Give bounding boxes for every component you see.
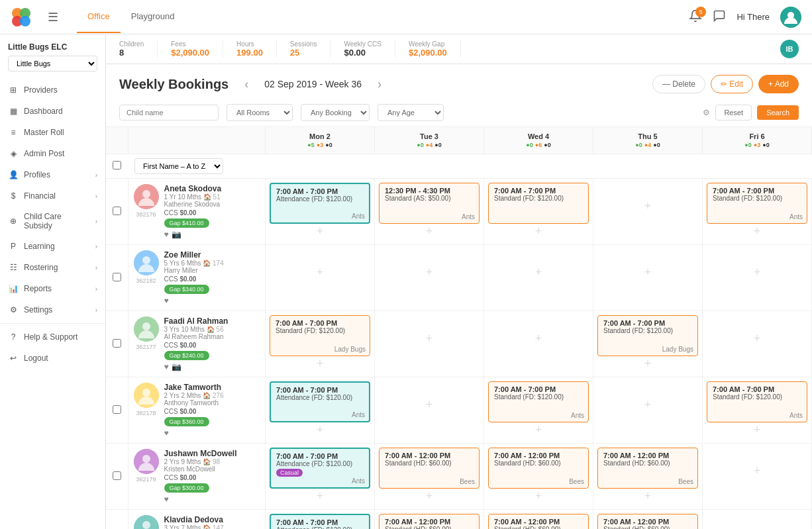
booking-card[interactable]: 12:30 PM - 4:30 PM Standard (AS: $50.00)… [379, 183, 480, 224]
booking-card[interactable]: 7:00 AM - 12:00 PM Standard (HD: $60.00)… [488, 514, 589, 529]
booking-cell-fri: 7:00 AM - 7:00 PM Standard (FD: $120.00)… [703, 377, 812, 444]
sidebar-item-admin-post[interactable]: ◈ Admin Post [0, 143, 105, 164]
sidebar-item-providers[interactable]: ⊞ Providers [0, 79, 105, 101]
user-avatar[interactable] [780, 7, 801, 28]
sidebar-item-master-roll[interactable]: ≡ Master Roll [0, 122, 105, 143]
add-booking-button[interactable]: + [488, 249, 589, 295]
add-booking-button[interactable]: + [707, 422, 807, 437]
add-booking-button[interactable]: + [707, 315, 807, 361]
booking-card[interactable]: 7:00 AM - 12:00 PM Standard (HD: $60.00)… [379, 514, 480, 529]
prev-week-button[interactable]: ‹ [239, 77, 254, 91]
booking-card[interactable]: 7:00 AM - 12:00 PM Standard (HD: $60.00)… [597, 448, 698, 489]
add-booking-button[interactable]: + [270, 422, 370, 437]
booking-card[interactable]: 7:00 AM - 12:00 PM Standard (HD: $60.00)… [597, 514, 698, 529]
delete-button[interactable]: Delete [652, 75, 705, 93]
booking-card[interactable]: 7:00 AM - 7:00 PM Standard (FD: $120.00)… [270, 315, 370, 356]
edit-button[interactable]: ✏ Edit [711, 75, 753, 93]
sidebar-item-learning[interactable]: P Learning › [0, 236, 105, 257]
sidebar-item-dashboard[interactable]: ▦ Dashboard [0, 101, 105, 122]
add-booking-button[interactable]: + [379, 315, 480, 361]
booking-card[interactable]: 7:00 AM - 7:00 PM Standard (FD: $120.00) [488, 183, 589, 224]
add-booking-button[interactable]: + [707, 224, 807, 238]
add-booking-button[interactable]: + [488, 422, 589, 437]
add-booking-button[interactable]: + [379, 489, 480, 503]
add-booking-button[interactable]: + [707, 249, 807, 295]
add-booking-button[interactable]: + [270, 249, 370, 295]
child-name[interactable]: Jake Tamworth [164, 383, 260, 392]
add-booking-button[interactable]: + [597, 381, 698, 428]
booking-card[interactable]: 7:00 AM - 7:00 PM Attendance (FD: $120.0… [270, 514, 370, 529]
sort-checkbox-cell [106, 154, 128, 179]
booking-card[interactable]: 7:00 AM - 7:00 PM Standard (FD: $120.00)… [488, 381, 589, 422]
select-all-checkbox[interactable] [113, 161, 121, 169]
ib-badge[interactable]: IB [780, 40, 799, 58]
child-name[interactable]: Aneta Skodova [164, 184, 260, 193]
mon-orange-dot: ●3 [317, 142, 323, 148]
sidebar-item-financial[interactable]: $ Financial › [0, 185, 105, 207]
booking-card[interactable]: 7:00 AM - 7:00 PM Standard (FD: $120.00)… [597, 315, 698, 356]
next-week-button[interactable]: › [372, 77, 387, 91]
booking-card[interactable]: 7:00 AM - 7:00 PM Attendance (FD: $120.0… [270, 183, 370, 224]
header-actions: Delete ✏ Edit + Add [652, 75, 799, 93]
child-name-filter[interactable] [119, 105, 219, 120]
sidebar-item-rostering[interactable]: ☷ Rostering › [0, 257, 105, 278]
gap-badge: Gap $360.00 [164, 417, 209, 426]
add-booking-button[interactable]: + [707, 448, 807, 494]
booking-card[interactable]: 7:00 AM - 12:00 PM Standard (HD: $60.00)… [488, 448, 589, 489]
reset-button[interactable]: Reset [715, 105, 752, 120]
add-booking-button[interactable]: + [379, 249, 480, 295]
booking-type-filter[interactable]: Any Booking [301, 104, 370, 121]
add-booking-button[interactable]: + [597, 249, 698, 295]
booking-card[interactable]: 7:00 AM - 7:00 PM Standard (FD: $120.00)… [707, 183, 807, 224]
notifications-bell[interactable]: 5 [689, 9, 702, 24]
child-checkbox[interactable] [113, 471, 121, 480]
sidebar-item-logout[interactable]: ↩ Logout [0, 348, 105, 369]
sidebar-item-help[interactable]: ? Help & Support [0, 326, 105, 348]
child-age-ratio: 5 Yrs 6 Mths 🏠 174 [164, 260, 260, 267]
tab-office[interactable]: Office [77, 1, 121, 33]
filter-icon[interactable]: ⚙ [703, 108, 710, 117]
sort-select[interactable]: First Name – A to Z [134, 158, 223, 174]
rooms-filter[interactable]: All Rooms [227, 104, 293, 121]
child-name[interactable]: Klavdia Dedova [164, 515, 260, 524]
add-booking-button[interactable]: + [597, 489, 698, 503]
org-select[interactable]: Little Bugs [8, 56, 97, 72]
booking-card[interactable]: 7:00 AM - 12:00 PM Standard (HD: $60.00)… [379, 448, 480, 489]
add-booking-button[interactable]: + [488, 489, 589, 503]
svg-point-17 [142, 521, 150, 529]
sidebar-item-settings[interactable]: ⚙ Settings › [0, 299, 105, 320]
add-booking-button[interactable]: + [597, 356, 698, 371]
add-booking-button[interactable]: + [707, 514, 807, 529]
age-filter[interactable]: Any Age [378, 104, 444, 121]
add-booking-button[interactable]: + [270, 224, 370, 238]
child-checkbox[interactable] [113, 273, 121, 281]
child-checkbox[interactable] [113, 339, 121, 348]
booking-room: Ants [352, 477, 365, 485]
add-booking-button[interactable]: + [379, 381, 480, 428]
add-booking-button[interactable]: + [270, 356, 370, 371]
booking-card[interactable]: 7:00 AM - 7:00 PM Attendance (FD: $120.0… [270, 448, 370, 489]
add-booking-button[interactable]: + [488, 315, 589, 361]
sidebar-item-reports[interactable]: 📊 Reports › [0, 278, 105, 299]
child-checkbox[interactable] [113, 207, 121, 215]
child-row-inner: 382176 Aneta Skodova 1 Yr 10 Mths 🏠 51 K… [134, 184, 260, 239]
main-content: Children 8 Fees $2,090.00 Hours 199.00 S… [106, 34, 812, 529]
child-avatar-section: 382178 [134, 383, 159, 416]
hamburger-icon[interactable]: ☰ [48, 10, 58, 24]
child-name[interactable]: Faadi Al Rahman [164, 316, 260, 326]
booking-card[interactable]: 7:00 AM - 7:00 PM Standard (FD: $120.00)… [707, 381, 807, 422]
search-button[interactable]: Search [757, 105, 799, 120]
add-booking-button[interactable]: + [597, 183, 698, 229]
chat-icon[interactable] [713, 9, 726, 24]
sidebar-item-profiles[interactable]: 👤 Profiles › [0, 164, 105, 185]
add-booking-button[interactable]: + [488, 224, 589, 238]
booking-card[interactable]: 7:00 AM - 7:00 PM Attendance (FD: $120.0… [270, 381, 370, 422]
child-name[interactable]: Jushawn McDowell [164, 449, 260, 458]
sidebar-item-childcare-subsidy[interactable]: ⊕ Child Care Subsidy › [0, 207, 105, 236]
child-name[interactable]: Zoe Miller [164, 250, 260, 260]
child-checkbox[interactable] [113, 405, 121, 414]
add-booking-button[interactable]: + [379, 224, 480, 238]
add-button[interactable]: + Add [758, 75, 799, 93]
tab-playground[interactable]: Playground [121, 1, 185, 33]
add-booking-button[interactable]: + [270, 489, 370, 503]
